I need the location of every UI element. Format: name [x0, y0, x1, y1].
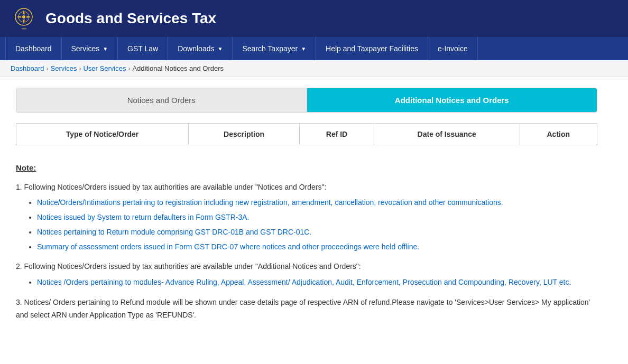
nav-downloads[interactable]: Downloads ▼	[168, 37, 233, 60]
navbar: Dashboard Services ▼ GST Law Downloads ▼…	[0, 37, 628, 60]
downloads-dropdown-icon: ▼	[217, 46, 223, 52]
nav-search-taxpayer[interactable]: Search Taxpayer ▼	[233, 37, 316, 60]
sub-list-1: Notice/Orders/Intimations pertaining to …	[16, 197, 597, 253]
services-dropdown-icon: ▼	[103, 46, 108, 52]
nav-help[interactable]: Help and Taxpayer Facilities	[316, 37, 428, 60]
note-item-3-text: 3. Notices/ Orders pertaining to Refund …	[16, 298, 590, 319]
breadcrumb-sep-3: ›	[128, 65, 130, 72]
svg-marker-2	[23, 10, 25, 15]
note-item-2-text: 2. Following Notices/Orders issued by ta…	[16, 262, 361, 270]
sub-list-item: Notices /Orders pertaining to modules- A…	[37, 276, 597, 289]
nav-services[interactable]: Services ▼	[62, 37, 118, 60]
note-list: 1. Following Notices/Orders issued by ta…	[16, 181, 597, 322]
breadcrumb-services[interactable]: Services	[51, 64, 77, 72]
site-title: Goods and Services Tax	[45, 10, 216, 27]
page-wrapper: भारत Goods and Services Tax Dashboard Se…	[0, 0, 628, 364]
main-content: Notices and Orders Additional Notices an…	[0, 77, 613, 345]
breadcrumb-sep-2: ›	[79, 65, 81, 72]
list-item-1: 1. Following Notices/Orders issued by ta…	[16, 181, 597, 254]
tab-additional-notices-and-orders[interactable]: Additional Notices and Orders	[307, 88, 597, 112]
breadcrumb-dashboard[interactable]: Dashboard	[11, 64, 44, 72]
col-date-of-issuance: Date of Issuance	[374, 124, 520, 145]
search-taxpayer-dropdown-icon: ▼	[301, 46, 306, 52]
col-type-of-notice: Type of Notice/Order	[16, 124, 189, 145]
note-heading: Note:	[16, 161, 597, 175]
col-action: Action	[520, 124, 597, 145]
header: भारत Goods and Services Tax	[0, 0, 628, 37]
breadcrumb-current: Additional Notices and Orders	[132, 64, 224, 72]
col-ref-id: Ref ID	[300, 124, 374, 145]
note-section: Note: 1. Following Notices/Orders issued…	[16, 156, 597, 334]
nav-e-invoice[interactable]: e-Invoice	[428, 37, 478, 60]
svg-marker-4	[16, 16, 22, 18]
emblem-icon: भारत	[11, 5, 37, 32]
svg-text:भारत: भारत	[22, 27, 26, 30]
sub-list-item: Notices issued by System to return defau…	[37, 211, 597, 224]
nav-dashboard[interactable]: Dashboard	[5, 37, 62, 60]
col-description: Description	[188, 124, 299, 145]
sub-list-item: Summary of assessment orders issued in F…	[37, 241, 597, 254]
svg-point-6	[22, 15, 25, 18]
note-item-1-text: 1. Following Notices/Orders issued by ta…	[16, 183, 326, 191]
sub-list-item: Notices pertaining to Return module comp…	[37, 226, 597, 239]
breadcrumb: Dashboard › Services › User Services › A…	[0, 60, 628, 77]
sub-list-item: Notice/Orders/Intimations pertaining to …	[37, 197, 597, 209]
tab-notices-and-orders[interactable]: Notices and Orders	[16, 88, 307, 112]
table-header-row: Type of Notice/Order Description Ref ID …	[16, 124, 597, 145]
list-item-2: 2. Following Notices/Orders issued by ta…	[16, 260, 597, 289]
sub-list-2: Notices /Orders pertaining to modules- A…	[16, 276, 597, 289]
breadcrumb-user-services[interactable]: User Services	[83, 64, 126, 72]
nav-gst-law[interactable]: GST Law	[118, 37, 168, 60]
svg-marker-3	[23, 19, 25, 24]
tabs-container: Notices and Orders Additional Notices an…	[16, 88, 597, 113]
svg-marker-5	[26, 16, 31, 18]
list-item-3: 3. Notices/ Orders pertaining to Refund …	[16, 296, 597, 322]
breadcrumb-sep-1: ›	[47, 65, 49, 72]
notice-table: Type of Notice/Order Description Ref ID …	[16, 123, 597, 145]
